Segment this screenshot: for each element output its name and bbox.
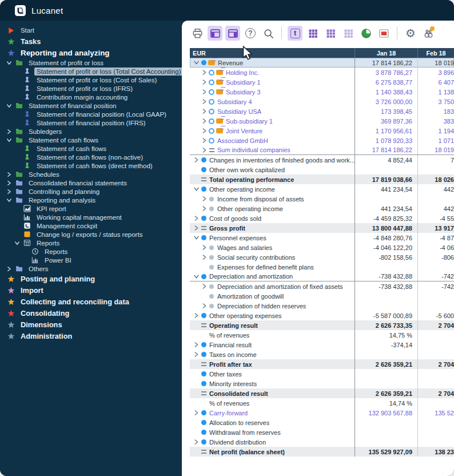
sidebar-item-posting-and-planning[interactable]: Posting and planning bbox=[0, 273, 182, 284]
grid-view-3-button[interactable] bbox=[341, 26, 356, 41]
report-row-associated-gmbh[interactable]: Associated GmbH1 078 920,331 071 bbox=[190, 136, 454, 145]
sidebar-item-controlling-and-planning[interactable]: Controlling and planning bbox=[0, 187, 182, 196]
report-row-allocation-to-reserves[interactable]: Allocation to reserves bbox=[190, 418, 454, 427]
report-row-changes-in-inventories-of-finished-goods-and-work[interactable]: Changes in inventories of finished goods… bbox=[190, 155, 454, 165]
chevron-down-icon[interactable] bbox=[7, 137, 12, 142]
sidebar-item-dimensions[interactable]: Dimensions bbox=[0, 319, 182, 330]
sidebar-item-statement-of-cash-flows[interactable]: Statement of cash flows bbox=[0, 144, 182, 153]
chevron-down-icon[interactable] bbox=[7, 197, 12, 203]
report-row-subsidiary-4[interactable]: Subsidiary 43 726 000,003 750 bbox=[190, 97, 454, 106]
grid-view-1-button[interactable] bbox=[305, 26, 320, 41]
sidebar-item-statement-of-cash-flows[interactable]: Statement of cash flows bbox=[0, 136, 182, 144]
chevron-right-icon[interactable] bbox=[201, 99, 208, 104]
sidebar-item-collecting-and-reconciling-data[interactable]: Collecting and reconciling data bbox=[0, 296, 182, 307]
report-row-total-operating-performance[interactable]: Total operating performance17 819 038,66… bbox=[190, 174, 454, 184]
report-row-profit-after-tax[interactable]: Profit after tax2 626 359,212 704 bbox=[190, 359, 454, 369]
report-row-other-operating-income[interactable]: Other operating income441 234,54442 bbox=[190, 184, 454, 194]
report-row-of-revenues[interactable]: % of revenues14,75 % bbox=[190, 330, 454, 340]
sidebar-item-statement-of-profit-or-loss[interactable]: Statement of profit or loss bbox=[0, 58, 182, 67]
sidebar-item-reports[interactable]: Reports bbox=[0, 247, 182, 256]
sidebar-item-reporting-and-analyzing[interactable]: Reporting and analyzing bbox=[0, 47, 182, 58]
search-button[interactable] bbox=[261, 26, 276, 41]
sidebar-item-management-cockpit[interactable]: Management cockpit bbox=[0, 221, 182, 230]
sidebar-item-power-bi[interactable]: Power BI bbox=[0, 256, 182, 264]
print-button[interactable] bbox=[190, 26, 205, 41]
view-right-panel-button[interactable] bbox=[225, 26, 240, 41]
report-row-minority-interests[interactable]: Minority interests bbox=[190, 379, 454, 388]
chevron-right-icon[interactable] bbox=[193, 352, 200, 357]
chevron-right-icon[interactable] bbox=[193, 439, 200, 445]
chevron-down-icon[interactable] bbox=[193, 60, 200, 65]
text-view-button[interactable]: t bbox=[288, 26, 302, 41]
chevron-right-icon[interactable] bbox=[201, 303, 208, 308]
sidebar-item-reporting-and-analysis[interactable]: Reporting and analysis bbox=[0, 196, 182, 204]
sidebar-item-statement-of-cash-flows-non-active[interactable]: Statement of cash flows (non-active) bbox=[0, 153, 182, 161]
chevron-right-icon[interactable] bbox=[7, 180, 12, 185]
chevron-right-icon[interactable] bbox=[201, 89, 208, 94]
report-row-amortization-of-goodwill[interactable]: Amortization of goodwill bbox=[190, 291, 454, 301]
column-header-jan-18[interactable]: Jan 18 bbox=[355, 48, 417, 58]
consolidation-view-button[interactable] bbox=[359, 26, 373, 41]
report-row-depreciation-and-amortization-of-fixed-assets[interactable]: Depreciation and amortization of fixed a… bbox=[190, 281, 454, 291]
report-row-net-profit-balance-sheet[interactable]: Net profit (balance sheet)135 529 927,09… bbox=[190, 447, 454, 457]
chevron-right-icon[interactable] bbox=[193, 225, 200, 231]
sidebar-item-schedules[interactable]: Schedules bbox=[0, 170, 182, 178]
sidebar-item-start[interactable]: Start bbox=[0, 25, 182, 35]
sidebar-item-administration[interactable]: Administration bbox=[0, 330, 182, 342]
column-header-currency[interactable]: EUR bbox=[190, 48, 355, 58]
report-row-expenses-for-defined-benefit-plans[interactable]: Expenses for defined benefit plans bbox=[190, 262, 454, 272]
report-row-of-revenues[interactable]: % of revenues14,74 % bbox=[190, 398, 454, 408]
chevron-right-icon[interactable] bbox=[193, 410, 200, 415]
sidebar-item-statement-of-profit-or-loss-cost-of-sales[interactable]: Statement of profit or loss (Cost of Sal… bbox=[0, 76, 182, 84]
sidebar-item-statement-of-financial-position-local-gaap[interactable]: Statement of financial position (Local G… bbox=[0, 110, 182, 118]
report-row-other-operating-expenses[interactable]: Other operating expenses-5 587 000,89-5 … bbox=[190, 311, 454, 320]
report-row-sub-subsidiary-1[interactable]: Sub-subsidiary 1369 897,36383 bbox=[190, 116, 454, 126]
report-row-joint-venture[interactable]: Joint Venture1 170 956,611 194 bbox=[190, 126, 454, 136]
report-row-sum-individual-companies[interactable]: Sum individual companies17 814 186,2218 … bbox=[190, 145, 454, 155]
chevron-right-icon[interactable] bbox=[193, 216, 200, 221]
chevron-right-icon[interactable] bbox=[193, 313, 200, 318]
sidebar-item-statement-of-profit-or-loss-ifrs[interactable]: Statement of profit or loss (IFRS) bbox=[0, 84, 182, 93]
report-row-subsidiary-3[interactable]: Subsidiary 31 140 388,431 138 bbox=[190, 87, 454, 97]
chevron-right-icon[interactable] bbox=[201, 128, 208, 133]
chevron-down-icon[interactable] bbox=[15, 240, 20, 245]
report-row-subsidiary-usa[interactable]: Subsidiary USA173 398,45183 bbox=[190, 106, 454, 116]
report-row-subsidiary-1[interactable]: Subsidiary 16 275 838,776 407 bbox=[190, 77, 454, 87]
help-button[interactable]: ? bbox=[243, 26, 258, 41]
sidebar-item-subledgers[interactable]: Subledgers bbox=[0, 127, 182, 136]
view-left-panel-button[interactable] bbox=[208, 26, 222, 41]
report-row-revenue[interactable]: Revenue17 814 186,2218 019 bbox=[190, 58, 454, 68]
report-row-taxes-on-income[interactable]: Taxes on income bbox=[190, 350, 454, 359]
chevron-down-icon[interactable] bbox=[193, 187, 200, 192]
report-row-depreciation-of-hidden-reserves[interactable]: Depreciation of hidden reserves bbox=[190, 301, 454, 311]
chevron-right-icon[interactable] bbox=[201, 206, 208, 211]
report-row-holding-inc[interactable]: Holding Inc.3 878 786,273 896 bbox=[190, 68, 454, 77]
sidebar-item-reports[interactable]: Reports bbox=[0, 239, 182, 247]
sidebar-item-statement-of-financial-position[interactable]: Statement of financial position bbox=[0, 101, 182, 110]
chevron-right-icon[interactable] bbox=[201, 80, 208, 85]
find-button[interactable] bbox=[421, 26, 436, 41]
chevron-right-icon[interactable] bbox=[7, 129, 12, 134]
report-row-operating-result[interactable]: Operating result2 626 733,352 704 bbox=[190, 320, 454, 330]
sidebar-item-contribution-margin-accounting[interactable]: Contribution margin accounting bbox=[0, 93, 182, 101]
chevron-down-icon[interactable] bbox=[7, 103, 12, 108]
chevron-down-icon[interactable] bbox=[7, 60, 12, 65]
card-view-button[interactable] bbox=[376, 26, 391, 41]
report-row-social-security-contributions[interactable]: Social security contributions-802 158,56… bbox=[190, 252, 454, 262]
report-row-personnel-expenses[interactable]: Personnel expenses-4 848 280,76-4 87 bbox=[190, 233, 454, 243]
chevron-down-icon[interactable] bbox=[193, 274, 200, 279]
sidebar-item-statement-of-financial-position-ifrs[interactable]: Statement of financial position (IFRS) bbox=[0, 118, 182, 127]
sidebar-item-statement-of-profit-or-loss-total-cost-accounting[interactable]: Statement of profit or loss (Total Cost … bbox=[0, 67, 182, 76]
chevron-right-icon[interactable] bbox=[201, 70, 208, 75]
report-row-other-taxes[interactable]: Other taxes bbox=[190, 369, 454, 379]
report-row-other-own-work-capitalized[interactable]: Other own work capitalized bbox=[190, 165, 454, 174]
report-row-dividend-distribution[interactable]: Dividend distribution bbox=[190, 437, 454, 447]
chevron-right-icon[interactable] bbox=[193, 342, 200, 347]
chevron-right-icon[interactable] bbox=[201, 245, 208, 250]
sidebar-item-working-capital-management[interactable]: Working capital management bbox=[0, 213, 182, 221]
grid-view-2-button[interactable] bbox=[323, 26, 338, 41]
chevron-right-icon[interactable] bbox=[201, 109, 208, 114]
column-header-feb-18[interactable]: Feb 18 bbox=[417, 48, 454, 58]
chevron-right-icon[interactable] bbox=[7, 172, 12, 177]
report-row-consolidated-result[interactable]: Consolidated result2 626 359,212 704 bbox=[190, 388, 454, 398]
